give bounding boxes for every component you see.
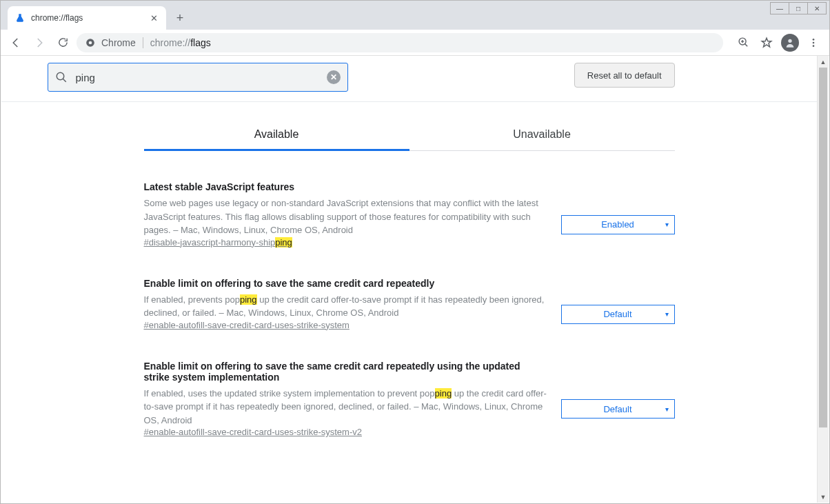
svg-point-5: [813, 41, 815, 43]
flag-entry: Latest stable JavaScript features Some w…: [144, 151, 675, 248]
flag-description: If enabled, prevents popping up the cred…: [144, 293, 549, 320]
svg-point-3: [788, 39, 791, 42]
flag-title: Latest stable JavaScript features: [144, 181, 549, 192]
svg-point-7: [57, 72, 64, 80]
flask-icon: [14, 12, 26, 23]
new-tab-button[interactable]: +: [170, 8, 190, 28]
tabs-row: Available Unavailable: [144, 121, 675, 151]
close-window-icon[interactable]: ✕: [807, 2, 827, 14]
reload-button[interactable]: [53, 33, 72, 52]
flag-entry: Enable limit on offering to save the sam…: [144, 330, 675, 438]
flag-anchor-link[interactable]: #enable-autofill-save-credit-card-uses-s…: [144, 427, 362, 437]
flags-search-box[interactable]: ✕: [48, 63, 348, 92]
reset-all-button[interactable]: Reset all to default: [574, 63, 675, 88]
tab-unavailable[interactable]: Unavailable: [409, 121, 675, 150]
svg-point-1: [89, 41, 92, 44]
flag-description: Some web pages use legacy or non-standar…: [144, 196, 549, 237]
flag-title: Enable limit on offering to save the sam…: [144, 361, 549, 383]
back-button[interactable]: [6, 33, 26, 52]
tab-title: chrome://flags: [31, 13, 148, 23]
url-text: chrome://flags: [150, 37, 211, 48]
scroll-up-icon[interactable]: ▲: [818, 56, 829, 68]
flag-description: If enabled, uses the updated strike syst…: [144, 387, 549, 427]
svg-point-4: [813, 39, 815, 41]
maximize-icon[interactable]: □: [789, 2, 808, 14]
flag-state-select[interactable]: Default: [561, 399, 675, 419]
menu-dots-icon[interactable]: [803, 32, 824, 53]
close-tab-icon[interactable]: ✕: [148, 12, 159, 23]
profile-avatar[interactable]: [780, 32, 800, 53]
flag-state-select[interactable]: Enabled: [561, 215, 675, 234]
tab-available[interactable]: Available: [144, 121, 409, 151]
flag-title: Enable limit on offering to save the sam…: [144, 278, 549, 289]
toolbar: Chrome chrome://flags: [1, 30, 829, 56]
chrome-icon: [85, 37, 96, 48]
browser-window: chrome://flags ✕ + — □ ✕ Chrome chrome:/…: [0, 0, 830, 504]
clear-search-icon[interactable]: ✕: [327, 70, 341, 84]
vertical-scrollbar[interactable]: ▲ ▼: [817, 56, 829, 503]
svg-point-6: [813, 45, 815, 47]
scroll-thumb[interactable]: [819, 68, 827, 427]
search-icon: [55, 71, 68, 83]
window-controls: — □ ✕: [771, 2, 827, 14]
forward-button[interactable]: [30, 33, 49, 52]
site-chip: Chrome: [101, 37, 143, 48]
flags-search-input[interactable]: [74, 71, 327, 84]
flags-header: ✕ Reset all to default: [1, 56, 817, 102]
page-content: ✕ Reset all to default Available Unavail…: [1, 56, 817, 503]
address-bar[interactable]: Chrome chrome://flags: [77, 33, 723, 52]
flag-anchor-link[interactable]: #disable-javascript-harmony-shipping: [144, 237, 292, 248]
flag-entry: Enable limit on offering to save the sam…: [144, 248, 675, 330]
flag-anchor-link[interactable]: #enable-autofill-save-credit-card-uses-s…: [144, 320, 350, 330]
minimize-icon[interactable]: —: [770, 2, 789, 14]
scroll-down-icon[interactable]: ▼: [818, 491, 829, 503]
browser-tab[interactable]: chrome://flags ✕: [8, 6, 166, 30]
scroll-track[interactable]: [818, 68, 829, 491]
flag-state-select[interactable]: Default: [561, 305, 675, 324]
bookmark-star-icon[interactable]: [756, 32, 777, 53]
zoom-icon[interactable]: [733, 32, 753, 53]
tab-strip: chrome://flags ✕ + — □ ✕: [1, 1, 829, 30]
